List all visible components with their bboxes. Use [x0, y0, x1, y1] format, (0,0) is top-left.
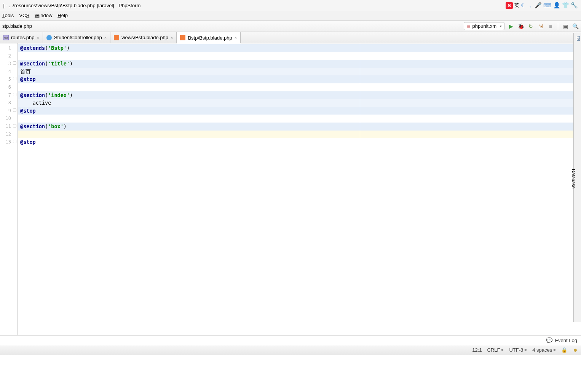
- comma-icon[interactable]: ，: [527, 2, 533, 9]
- toolbar: stp.blade.php ▦ phpunit.xml ▾ ▶ 🐞 ↻ ⇲ ■ …: [0, 21, 581, 32]
- line-number[interactable]: 13: [0, 138, 17, 146]
- titlebar: ] - ...\resources\views\Bstp\Bstp.blade.…: [0, 0, 581, 11]
- line-number[interactable]: 1: [0, 44, 17, 52]
- code-area[interactable]: @extends('Bstp')@section('title')首页@stop…: [18, 43, 581, 335]
- menu-window[interactable]: Window: [35, 13, 52, 18]
- code-line[interactable]: [18, 115, 581, 123]
- tab-bstp-bstp-blade-php[interactable]: Bstp\Bstp.blade.php×: [177, 32, 241, 43]
- fold-marker-icon[interactable]: [13, 77, 16, 80]
- shirt-icon[interactable]: 👕: [562, 2, 569, 9]
- run-config-label: phpunit.xml: [472, 23, 498, 29]
- keyboard-icon[interactable]: ⌨: [543, 2, 552, 9]
- gutter[interactable]: 12345678910111213: [0, 43, 18, 335]
- code-line[interactable]: 首页: [18, 68, 581, 76]
- run-button[interactable]: ▶: [508, 23, 514, 30]
- code-line[interactable]: [18, 52, 581, 60]
- fold-marker-icon[interactable]: [13, 61, 16, 65]
- close-icon[interactable]: ×: [37, 35, 39, 40]
- database-icon: 🗄: [576, 36, 581, 41]
- file-icon: [114, 35, 119, 40]
- window-title: ] - ...\resources\views\Bstp\Bstp.blade.…: [3, 3, 140, 8]
- stop-button: ■: [547, 23, 554, 30]
- file-icon: [46, 35, 52, 40]
- code-line[interactable]: [18, 83, 581, 91]
- close-icon[interactable]: ×: [235, 35, 237, 40]
- divider: [558, 23, 558, 30]
- debug-button[interactable]: 🐞: [517, 23, 524, 30]
- code-line[interactable]: @section('box'): [18, 123, 581, 131]
- tab-label: StudentController.php: [54, 35, 102, 40]
- event-log-label[interactable]: Event Log: [555, 338, 577, 343]
- wrench-icon[interactable]: 🔧: [571, 2, 578, 9]
- editor: 12345678910111213 @extends('Bstp')@secti…: [0, 43, 581, 335]
- ime-sogou-icon[interactable]: S: [506, 2, 513, 9]
- ime-tray: S 英 ☾ ， 🎤 ⌨ 👤 👕 🔧: [506, 2, 578, 9]
- tab-studentcontroller-php[interactable]: StudentController.php×: [43, 32, 110, 43]
- line-number[interactable]: 5: [0, 75, 17, 83]
- chevron-down-icon: ▾: [500, 24, 502, 28]
- wrap-guide: [360, 43, 360, 335]
- menu-help[interactable]: Help: [57, 13, 68, 18]
- tab-label: views\Bstp.blade.php: [121, 35, 168, 40]
- line-number[interactable]: 11: [0, 123, 17, 131]
- fold-marker-icon[interactable]: [13, 108, 16, 112]
- file-icon: [3, 35, 9, 40]
- statusbar: 12:1 CRLF≑ UTF-8≑ 4 spaces≑ 🔒 ☻: [0, 345, 581, 355]
- database-tool-window-button[interactable]: 🗄 Database: [573, 33, 581, 322]
- line-number[interactable]: 4: [0, 68, 17, 76]
- tab-views-bstp-blade-php[interactable]: views\Bstp.blade.php×: [110, 32, 177, 43]
- line-number[interactable]: 12: [0, 131, 17, 139]
- status-encoding[interactable]: UTF-8≑: [509, 347, 527, 353]
- code-line[interactable]: @section('index'): [18, 91, 581, 99]
- event-log-icon[interactable]: 💬: [546, 337, 552, 343]
- hector-icon[interactable]: ☻: [573, 347, 578, 353]
- search-button[interactable]: 🔍: [572, 23, 579, 30]
- layout-button[interactable]: ▣: [562, 23, 569, 30]
- close-icon[interactable]: ×: [104, 35, 107, 40]
- readonly-lock-icon[interactable]: 🔒: [561, 347, 567, 353]
- status-indent[interactable]: 4 spaces≑: [532, 347, 556, 353]
- menubar: Tools VCS Window Help: [0, 11, 581, 21]
- phpunit-icon: ▦: [466, 24, 470, 29]
- line-number[interactable]: 6: [0, 83, 17, 91]
- mic-icon[interactable]: 🎤: [535, 2, 542, 9]
- line-number[interactable]: 2: [0, 52, 17, 60]
- line-number[interactable]: 9: [0, 107, 17, 115]
- fold-marker-icon[interactable]: [13, 93, 16, 96]
- file-icon: [180, 35, 185, 40]
- status-line-sep[interactable]: CRLF≑: [487, 347, 504, 353]
- tab-label: routes.php: [11, 35, 34, 40]
- line-number[interactable]: 3: [0, 60, 17, 68]
- menu-vcs[interactable]: VCS: [19, 13, 29, 18]
- line-number[interactable]: 7: [0, 91, 17, 99]
- tab-label: Bstp\Bstp.blade.php: [188, 35, 232, 41]
- person-icon[interactable]: 👤: [553, 2, 560, 9]
- code-line[interactable]: @stop: [18, 75, 581, 83]
- run-config-select[interactable]: ▦ phpunit.xml ▾: [464, 22, 504, 30]
- line-number[interactable]: 8: [0, 99, 17, 107]
- code-line[interactable]: @stop: [18, 138, 581, 146]
- close-icon[interactable]: ×: [171, 35, 173, 40]
- code-line[interactable]: @stop: [18, 107, 581, 115]
- menu-tools[interactable]: Tools: [2, 13, 14, 18]
- coverage-button[interactable]: ↻: [527, 23, 534, 30]
- status-caret-pos[interactable]: 12:1: [472, 347, 482, 353]
- ime-lang-label[interactable]: 英: [514, 2, 519, 9]
- moon-icon[interactable]: ☾: [521, 2, 526, 9]
- code-line[interactable]: [18, 131, 581, 139]
- line-number[interactable]: 10: [0, 115, 17, 123]
- editor-tabs: routes.php×StudentController.php×views\B…: [0, 32, 581, 43]
- attach-button[interactable]: ⇲: [537, 23, 544, 30]
- fold-marker-icon[interactable]: [13, 140, 16, 143]
- fold-marker-icon[interactable]: [13, 124, 16, 127]
- tab-routes-php[interactable]: routes.php×: [0, 32, 43, 43]
- code-line[interactable]: active: [18, 99, 581, 107]
- event-log-bar: 💬 Event Log: [0, 336, 581, 345]
- code-line[interactable]: @extends('Bstp'): [18, 44, 581, 52]
- code-line[interactable]: @section('title'): [18, 60, 581, 68]
- breadcrumb[interactable]: stp.blade.php: [2, 23, 32, 29]
- database-label: Database: [571, 169, 576, 188]
